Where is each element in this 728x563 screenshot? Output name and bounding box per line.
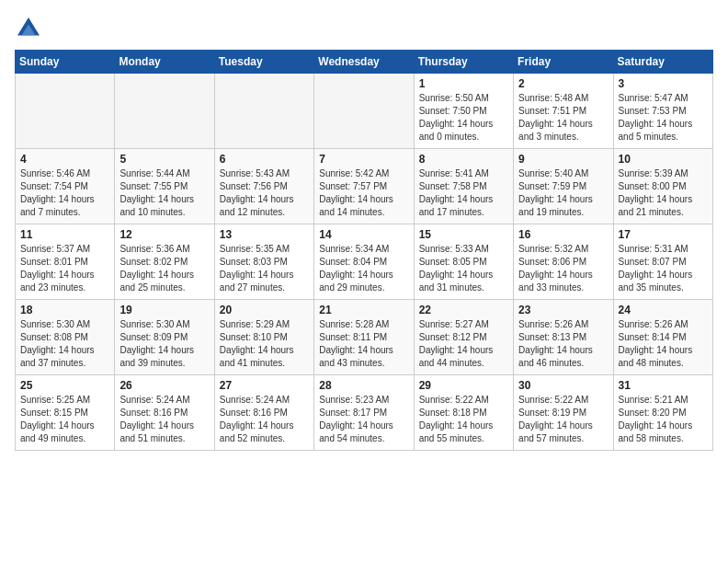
day-info: Sunrise: 5:50 AMSunset: 7:50 PMDaylight:… (419, 92, 508, 144)
day-number: 5 (119, 153, 209, 166)
calendar-cell (314, 74, 414, 149)
day-number: 30 (518, 379, 608, 392)
week-row: 25Sunrise: 5:25 AMSunset: 8:15 PMDayligh… (16, 375, 713, 451)
day-number: 7 (319, 153, 408, 166)
day-number: 21 (319, 304, 408, 316)
calendar-cell: 20Sunrise: 5:29 AMSunset: 8:10 PMDayligh… (214, 300, 313, 375)
day-info: Sunrise: 5:23 AMSunset: 8:17 PMDaylight:… (319, 394, 408, 445)
calendar-cell: 19Sunrise: 5:30 AMSunset: 8:09 PMDayligh… (115, 300, 214, 375)
calendar-cell: 5Sunrise: 5:44 AMSunset: 7:55 PMDaylight… (115, 149, 214, 224)
calendar-cell: 25Sunrise: 5:25 AMSunset: 8:15 PMDayligh… (16, 375, 115, 451)
day-number: 18 (20, 304, 109, 316)
day-number: 17 (619, 228, 708, 241)
calendar-header-row: SundayMondayTuesdayWednesdayThursdayFrid… (16, 51, 713, 74)
day-info: Sunrise: 5:41 AMSunset: 7:58 PMDaylight:… (419, 167, 508, 219)
calendar-cell: 11Sunrise: 5:37 AMSunset: 8:01 PMDayligh… (16, 224, 115, 300)
day-number: 2 (518, 77, 608, 90)
day-number: 24 (619, 304, 708, 316)
calendar-cell: 3Sunrise: 5:47 AMSunset: 7:53 PMDaylight… (613, 74, 712, 149)
day-number: 20 (220, 304, 309, 316)
calendar-cell (115, 74, 214, 149)
calendar-cell: 6Sunrise: 5:43 AMSunset: 7:56 PMDaylight… (214, 149, 313, 224)
day-info: Sunrise: 5:27 AMSunset: 8:12 PMDaylight:… (419, 318, 508, 370)
calendar-cell: 21Sunrise: 5:28 AMSunset: 8:11 PMDayligh… (314, 300, 414, 375)
day-number: 31 (619, 379, 708, 392)
day-number: 14 (319, 228, 408, 241)
day-number: 29 (419, 379, 508, 392)
day-info: Sunrise: 5:34 AMSunset: 8:04 PMDaylight:… (319, 243, 408, 294)
page-container: SundayMondayTuesdayWednesdayThursdayFrid… (0, 0, 728, 458)
day-info: Sunrise: 5:30 AMSunset: 8:08 PMDaylight:… (20, 318, 109, 370)
calendar-cell: 26Sunrise: 5:24 AMSunset: 8:16 PMDayligh… (115, 375, 214, 451)
day-info: Sunrise: 5:31 AMSunset: 8:07 PMDaylight:… (619, 243, 708, 294)
day-number: 25 (20, 379, 109, 392)
calendar-cell: 7Sunrise: 5:42 AMSunset: 7:57 PMDaylight… (314, 149, 414, 224)
day-info: Sunrise: 5:37 AMSunset: 8:01 PMDaylight:… (20, 243, 109, 294)
calendar-cell: 23Sunrise: 5:26 AMSunset: 8:13 PMDayligh… (514, 300, 613, 375)
day-number: 22 (419, 304, 508, 316)
day-number: 16 (518, 228, 608, 241)
calendar-cell: 18Sunrise: 5:30 AMSunset: 8:08 PMDayligh… (16, 300, 115, 375)
day-number: 6 (220, 153, 309, 166)
day-info: Sunrise: 5:39 AMSunset: 8:00 PMDaylight:… (619, 167, 708, 219)
day-number: 11 (20, 228, 109, 241)
calendar-cell: 22Sunrise: 5:27 AMSunset: 8:12 PMDayligh… (414, 300, 513, 375)
calendar-cell: 10Sunrise: 5:39 AMSunset: 8:00 PMDayligh… (613, 149, 712, 224)
calendar-cell: 31Sunrise: 5:21 AMSunset: 8:20 PMDayligh… (613, 375, 712, 451)
calendar: SundayMondayTuesdayWednesdayThursdayFrid… (15, 50, 713, 451)
day-info: Sunrise: 5:40 AMSunset: 7:59 PMDaylight:… (518, 167, 608, 219)
day-number: 26 (119, 379, 209, 392)
calendar-cell: 9Sunrise: 5:40 AMSunset: 7:59 PMDaylight… (514, 149, 613, 224)
week-row: 18Sunrise: 5:30 AMSunset: 8:08 PMDayligh… (16, 300, 713, 375)
day-number: 1 (419, 77, 508, 90)
calendar-cell: 24Sunrise: 5:26 AMSunset: 8:14 PMDayligh… (613, 300, 712, 375)
day-info: Sunrise: 5:35 AMSunset: 8:03 PMDaylight:… (220, 243, 309, 294)
calendar-cell: 30Sunrise: 5:22 AMSunset: 8:19 PMDayligh… (514, 375, 613, 451)
calendar-cell: 2Sunrise: 5:48 AMSunset: 7:51 PMDaylight… (514, 74, 613, 149)
day-info: Sunrise: 5:44 AMSunset: 7:55 PMDaylight:… (119, 167, 209, 219)
day-info: Sunrise: 5:26 AMSunset: 8:14 PMDaylight:… (619, 318, 708, 370)
day-info: Sunrise: 5:26 AMSunset: 8:13 PMDaylight:… (518, 318, 608, 370)
day-info: Sunrise: 5:22 AMSunset: 8:19 PMDaylight:… (518, 394, 608, 445)
day-number: 13 (220, 228, 309, 241)
header (15, 15, 713, 42)
calendar-cell: 15Sunrise: 5:33 AMSunset: 8:05 PMDayligh… (414, 224, 513, 300)
calendar-cell: 17Sunrise: 5:31 AMSunset: 8:07 PMDayligh… (613, 224, 712, 300)
day-info: Sunrise: 5:33 AMSunset: 8:05 PMDaylight:… (419, 243, 508, 294)
day-info: Sunrise: 5:43 AMSunset: 7:56 PMDaylight:… (220, 167, 309, 219)
day-info: Sunrise: 5:24 AMSunset: 8:16 PMDaylight:… (119, 394, 209, 445)
day-info: Sunrise: 5:48 AMSunset: 7:51 PMDaylight:… (518, 92, 608, 144)
day-number: 10 (619, 153, 708, 166)
day-number: 4 (20, 153, 109, 166)
calendar-cell (16, 74, 115, 149)
calendar-cell: 16Sunrise: 5:32 AMSunset: 8:06 PMDayligh… (514, 224, 613, 300)
day-info: Sunrise: 5:47 AMSunset: 7:53 PMDaylight:… (619, 92, 708, 144)
weekday-header: Wednesday (314, 51, 414, 74)
calendar-cell: 27Sunrise: 5:24 AMSunset: 8:16 PMDayligh… (214, 375, 313, 451)
day-info: Sunrise: 5:29 AMSunset: 8:10 PMDaylight:… (220, 318, 309, 370)
day-info: Sunrise: 5:36 AMSunset: 8:02 PMDaylight:… (119, 243, 209, 294)
weekday-header: Thursday (414, 51, 513, 74)
calendar-cell: 13Sunrise: 5:35 AMSunset: 8:03 PMDayligh… (214, 224, 313, 300)
calendar-cell: 8Sunrise: 5:41 AMSunset: 7:58 PMDaylight… (414, 149, 513, 224)
logo (15, 15, 46, 42)
day-number: 19 (119, 304, 209, 316)
calendar-cell (214, 74, 313, 149)
day-info: Sunrise: 5:32 AMSunset: 8:06 PMDaylight:… (518, 243, 608, 294)
calendar-cell: 14Sunrise: 5:34 AMSunset: 8:04 PMDayligh… (314, 224, 414, 300)
logo-icon (15, 15, 42, 42)
day-info: Sunrise: 5:22 AMSunset: 8:18 PMDaylight:… (419, 394, 508, 445)
calendar-cell: 1Sunrise: 5:50 AMSunset: 7:50 PMDaylight… (414, 74, 513, 149)
weekday-header: Tuesday (214, 51, 313, 74)
weekday-header: Saturday (613, 51, 712, 74)
week-row: 1Sunrise: 5:50 AMSunset: 7:50 PMDaylight… (16, 74, 713, 149)
calendar-cell: 4Sunrise: 5:46 AMSunset: 7:54 PMDaylight… (16, 149, 115, 224)
weekday-header: Sunday (16, 51, 115, 74)
day-number: 27 (220, 379, 309, 392)
day-info: Sunrise: 5:24 AMSunset: 8:16 PMDaylight:… (220, 394, 309, 445)
day-number: 3 (619, 77, 708, 90)
day-info: Sunrise: 5:25 AMSunset: 8:15 PMDaylight:… (20, 394, 109, 445)
day-number: 8 (419, 153, 508, 166)
calendar-cell: 29Sunrise: 5:22 AMSunset: 8:18 PMDayligh… (414, 375, 513, 451)
day-info: Sunrise: 5:30 AMSunset: 8:09 PMDaylight:… (119, 318, 209, 370)
